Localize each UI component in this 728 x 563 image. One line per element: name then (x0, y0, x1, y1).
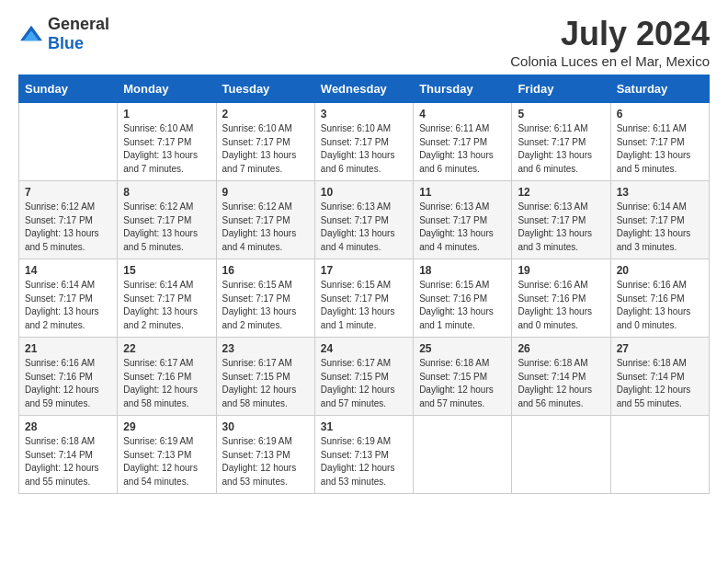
day-number: 18 (419, 264, 506, 277)
day-info: Sunrise: 6:18 AMSunset: 7:15 PMDaylight:… (419, 358, 494, 408)
calendar-cell: 26 Sunrise: 6:18 AMSunset: 7:14 PMDaylig… (512, 338, 610, 416)
day-number: 2 (222, 108, 309, 121)
day-number: 19 (518, 264, 604, 277)
logo-blue: Blue (48, 34, 84, 52)
calendar-cell: 13 Sunrise: 6:14 AMSunset: 7:17 PMDaylig… (610, 181, 709, 259)
calendar-table: SundayMondayTuesdayWednesdayThursdayFrid… (18, 75, 710, 494)
day-info: Sunrise: 6:19 AMSunset: 7:13 PMDaylight:… (222, 436, 297, 487)
day-info: Sunrise: 6:14 AMSunset: 7:17 PMDaylight:… (25, 280, 99, 330)
day-info: Sunrise: 6:19 AMSunset: 7:13 PMDaylight:… (123, 436, 198, 487)
day-info: Sunrise: 6:18 AMSunset: 7:14 PMDaylight:… (617, 358, 691, 408)
calendar-cell: 20 Sunrise: 6:16 AMSunset: 7:16 PMDaylig… (610, 259, 709, 338)
day-number: 23 (222, 342, 309, 355)
day-number: 25 (419, 342, 506, 355)
weekday-header-saturday: Saturday (610, 75, 709, 103)
day-info: Sunrise: 6:16 AMSunset: 7:16 PMDaylight:… (617, 280, 691, 330)
calendar-cell (610, 416, 709, 494)
day-info: Sunrise: 6:19 AMSunset: 7:13 PMDaylight:… (321, 436, 395, 487)
calendar-cell: 16 Sunrise: 6:15 AMSunset: 7:17 PMDaylig… (216, 259, 314, 338)
day-info: Sunrise: 6:15 AMSunset: 7:17 PMDaylight:… (321, 280, 395, 330)
calendar-cell: 29 Sunrise: 6:19 AMSunset: 7:13 PMDaylig… (118, 416, 216, 494)
calendar-cell: 28 Sunrise: 6:18 AMSunset: 7:14 PMDaylig… (19, 416, 118, 494)
calendar-week-1: 1 Sunrise: 6:10 AMSunset: 7:17 PMDayligh… (19, 103, 710, 181)
day-info: Sunrise: 6:10 AMSunset: 7:17 PMDaylight:… (321, 123, 395, 174)
day-info: Sunrise: 6:14 AMSunset: 7:17 PMDaylight:… (617, 201, 691, 252)
calendar-cell: 24 Sunrise: 6:17 AMSunset: 7:15 PMDaylig… (314, 338, 413, 416)
day-info: Sunrise: 6:11 AMSunset: 7:17 PMDaylight:… (617, 123, 691, 174)
logo-general: General (48, 15, 109, 33)
day-number: 1 (123, 108, 210, 121)
calendar-cell: 19 Sunrise: 6:16 AMSunset: 7:16 PMDaylig… (512, 259, 610, 338)
weekday-header-wednesday: Wednesday (314, 75, 413, 103)
calendar-cell: 18 Sunrise: 6:15 AMSunset: 7:16 PMDaylig… (414, 259, 512, 338)
day-number: 15 (123, 264, 210, 277)
calendar-cell (512, 416, 610, 494)
day-number: 26 (518, 342, 604, 355)
calendar-cell: 17 Sunrise: 6:15 AMSunset: 7:17 PMDaylig… (314, 259, 413, 338)
weekday-header-row: SundayMondayTuesdayWednesdayThursdayFrid… (19, 75, 710, 103)
day-info: Sunrise: 6:18 AMSunset: 7:14 PMDaylight:… (25, 436, 99, 487)
day-info: Sunrise: 6:11 AMSunset: 7:17 PMDaylight:… (419, 123, 494, 174)
calendar-cell: 27 Sunrise: 6:18 AMSunset: 7:14 PMDaylig… (610, 338, 709, 416)
weekday-header-tuesday: Tuesday (216, 75, 314, 103)
day-info: Sunrise: 6:16 AMSunset: 7:16 PMDaylight:… (25, 358, 99, 408)
calendar-cell (19, 103, 118, 181)
calendar-week-4: 21 Sunrise: 6:16 AMSunset: 7:16 PMDaylig… (19, 338, 710, 416)
day-number: 14 (25, 264, 111, 277)
day-number: 9 (222, 186, 309, 199)
calendar-week-3: 14 Sunrise: 6:14 AMSunset: 7:17 PMDaylig… (19, 259, 710, 338)
month-title: July 2024 (510, 15, 710, 53)
day-number: 20 (617, 264, 703, 277)
calendar-week-2: 7 Sunrise: 6:12 AMSunset: 7:17 PMDayligh… (19, 181, 710, 259)
weekday-header-monday: Monday (118, 75, 216, 103)
day-number: 11 (419, 186, 506, 199)
day-info: Sunrise: 6:12 AMSunset: 7:17 PMDaylight:… (222, 201, 297, 252)
day-info: Sunrise: 6:17 AMSunset: 7:15 PMDaylight:… (321, 358, 395, 408)
calendar-cell: 31 Sunrise: 6:19 AMSunset: 7:13 PMDaylig… (314, 416, 413, 494)
calendar-week-5: 28 Sunrise: 6:18 AMSunset: 7:14 PMDaylig… (19, 416, 710, 494)
day-info: Sunrise: 6:13 AMSunset: 7:17 PMDaylight:… (419, 201, 494, 252)
day-number: 13 (617, 186, 703, 199)
day-info: Sunrise: 6:12 AMSunset: 7:17 PMDaylight:… (123, 201, 198, 252)
day-number: 7 (25, 186, 111, 199)
day-info: Sunrise: 6:18 AMSunset: 7:14 PMDaylight:… (518, 358, 592, 408)
weekday-header-friday: Friday (512, 75, 610, 103)
day-number: 8 (123, 186, 210, 199)
calendar-cell: 22 Sunrise: 6:17 AMSunset: 7:16 PMDaylig… (118, 338, 216, 416)
logo-text: General Blue (48, 15, 109, 53)
day-number: 22 (123, 342, 210, 355)
calendar-cell: 11 Sunrise: 6:13 AMSunset: 7:17 PMDaylig… (414, 181, 512, 259)
day-number: 31 (321, 420, 407, 433)
day-info: Sunrise: 6:11 AMSunset: 7:17 PMDaylight:… (518, 123, 592, 174)
weekday-header-sunday: Sunday (19, 75, 118, 103)
calendar-cell: 30 Sunrise: 6:19 AMSunset: 7:13 PMDaylig… (216, 416, 314, 494)
day-number: 21 (25, 342, 111, 355)
calendar-cell: 23 Sunrise: 6:17 AMSunset: 7:15 PMDaylig… (216, 338, 314, 416)
calendar-cell: 5 Sunrise: 6:11 AMSunset: 7:17 PMDayligh… (512, 103, 610, 181)
day-info: Sunrise: 6:10 AMSunset: 7:17 PMDaylight:… (123, 123, 198, 174)
calendar-cell: 9 Sunrise: 6:12 AMSunset: 7:17 PMDayligh… (216, 181, 314, 259)
logo: General Blue (18, 15, 109, 53)
calendar-cell: 15 Sunrise: 6:14 AMSunset: 7:17 PMDaylig… (118, 259, 216, 338)
day-number: 24 (321, 342, 407, 355)
calendar-cell: 14 Sunrise: 6:14 AMSunset: 7:17 PMDaylig… (19, 259, 118, 338)
day-number: 4 (419, 108, 506, 121)
day-number: 5 (518, 108, 604, 121)
day-number: 12 (518, 186, 604, 199)
calendar-cell: 21 Sunrise: 6:16 AMSunset: 7:16 PMDaylig… (19, 338, 118, 416)
weekday-header-thursday: Thursday (414, 75, 512, 103)
day-info: Sunrise: 6:17 AMSunset: 7:15 PMDaylight:… (222, 358, 297, 408)
calendar-cell: 3 Sunrise: 6:10 AMSunset: 7:17 PMDayligh… (314, 103, 413, 181)
day-info: Sunrise: 6:10 AMSunset: 7:17 PMDaylight:… (222, 123, 297, 174)
day-info: Sunrise: 6:15 AMSunset: 7:17 PMDaylight:… (222, 280, 297, 330)
location-title: Colonia Luces en el Mar, Mexico (510, 53, 710, 69)
day-info: Sunrise: 6:17 AMSunset: 7:16 PMDaylight:… (123, 358, 198, 408)
title-block: July 2024 Colonia Luces en el Mar, Mexic… (510, 15, 710, 69)
day-number: 29 (123, 420, 210, 433)
calendar-cell: 7 Sunrise: 6:12 AMSunset: 7:17 PMDayligh… (19, 181, 118, 259)
logo-icon (18, 24, 44, 44)
day-number: 3 (321, 108, 407, 121)
day-info: Sunrise: 6:13 AMSunset: 7:17 PMDaylight:… (321, 201, 395, 252)
calendar-cell: 12 Sunrise: 6:13 AMSunset: 7:17 PMDaylig… (512, 181, 610, 259)
day-info: Sunrise: 6:16 AMSunset: 7:16 PMDaylight:… (518, 280, 592, 330)
